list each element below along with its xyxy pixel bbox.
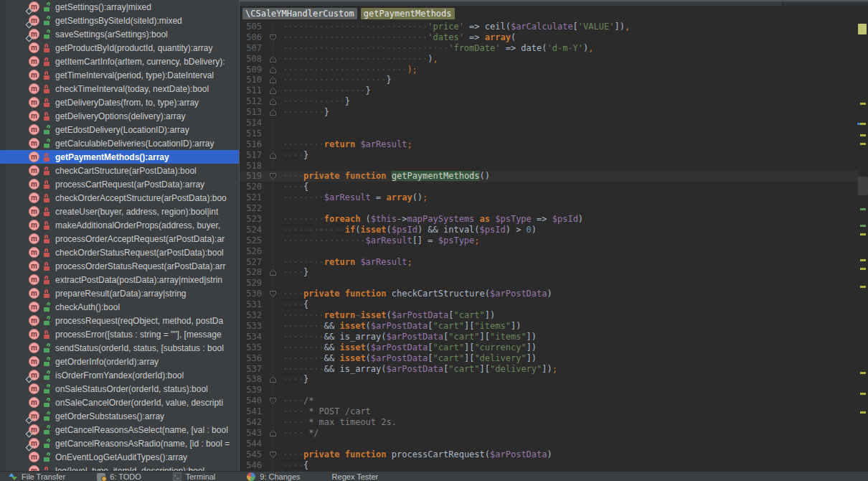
code-line[interactable]: 525················$arResult[] = $psType…	[240, 235, 858, 246]
code-line[interactable]: 513········}	[240, 107, 858, 118]
structure-item[interactable]: mcheckTimeInterval(today, nextDate):bool	[0, 82, 239, 95]
code-line[interactable]: 537········&& is_array($arPostData["cart…	[240, 364, 858, 375]
code-line[interactable]: 516········return $arResult;	[240, 139, 858, 150]
code-line[interactable]: 511················}	[240, 85, 858, 96]
structure-item[interactable]: mcheckCartStructure(arPostData):bool	[0, 164, 239, 177]
code-line[interactable]: 543···· */	[240, 428, 858, 439]
structure-item[interactable]: mprocessError([status : string = ""], [m…	[0, 327, 239, 341]
code-line[interactable]: 544	[240, 439, 858, 449]
code-line[interactable]: 521········$arResult = array();	[240, 192, 858, 203]
code-line[interactable]: 517····}	[240, 150, 858, 161]
structure-item[interactable]: mgetCalculableDeliveries(LocationID):arr…	[0, 136, 239, 150]
code-line[interactable]: 532········return→isset($arPostData["car…	[240, 310, 858, 321]
private-lock-icon	[43, 85, 50, 93]
code-line[interactable]: 518	[240, 161, 858, 172]
status-item-regex-tester[interactable]: Regex Tester	[332, 472, 379, 481]
breadcrumb-method-chip[interactable]: getPaymentMethods	[361, 8, 455, 19]
code-line[interactable]: 514	[240, 118, 858, 129]
structure-item[interactable]: mextractPostData(postData):array|mixed|s…	[0, 273, 239, 286]
fold-gutter	[265, 364, 281, 375]
code-line[interactable]: 506····························'dates' =…	[240, 32, 858, 43]
code-line[interactable]: 508····························),	[240, 54, 858, 65]
structure-item[interactable]: mgetDeliveryOptions(delivery):array	[0, 109, 239, 123]
code-line[interactable]: 541···· * POST /cart	[240, 406, 858, 417]
method-icon: m	[29, 356, 39, 367]
structure-item[interactable]: mgetItemCartInfo(arItem, currency, bDeli…	[0, 55, 239, 68]
code-line[interactable]: 542···· * max timeout 2s.	[240, 417, 858, 428]
code-line[interactable]: 524············if(isset($psId) && intval…	[240, 225, 858, 235]
structure-item[interactable]: monSaleCancelOrder(orderId, value, descr…	[0, 396, 239, 409]
status-item-6-todo[interactable]: 6: TODO	[97, 472, 141, 481]
structure-item[interactable]: msendStatus(orderId, status, [substatus …	[0, 341, 239, 355]
code-line[interactable]: 531····{	[240, 299, 858, 310]
code-line[interactable]: 523········foreach ($this->mapPaySystems…	[240, 214, 858, 225]
code-line-text: ····/*	[281, 396, 313, 406]
structure-item[interactable]: mgetCancelReasonsAsSelect(name, [val : b…	[0, 423, 239, 436]
code-line[interactable]: 534········&& is_array($arPostData["cart…	[240, 332, 858, 342]
gutter-line-number: 523	[240, 214, 265, 225]
code-line[interactable]: 519····private function getPaymentMethod…	[240, 171, 858, 182]
structure-item[interactable]: mmakeAdditionalOrderProps(address, buyer…	[0, 218, 239, 232]
status-item-terminal[interactable]: Terminal	[173, 472, 216, 481]
code-line[interactable]: 515	[240, 129, 858, 139]
code-line[interactable]: 528····}	[240, 267, 858, 278]
code-line[interactable]: 526	[240, 246, 858, 257]
structure-item[interactable]: mgetOrderSubstatuses():array	[0, 409, 239, 423]
code-line[interactable]: 507································'from…	[240, 43, 858, 54]
code-line[interactable]: 520····{	[240, 182, 858, 192]
structure-item[interactable]: mgetOrderInfo(orderId):array	[0, 355, 239, 368]
structure-item[interactable]: msaveSettings(arSettings):bool	[0, 27, 239, 41]
structure-item[interactable]: mcheckOrderStatusRequest(arPostData):boo…	[0, 246, 239, 259]
code-line[interactable]: 512············}	[240, 96, 858, 107]
code-line[interactable]: 509························);	[240, 65, 858, 75]
code-line[interactable]: 529	[240, 278, 858, 289]
code-line[interactable]: 522	[240, 203, 858, 214]
structure-item[interactable]: mgetProductById(productId, quantity):arr…	[0, 41, 239, 55]
code-editor[interactable]: 505····························'price' =…	[240, 22, 858, 471]
structure-item[interactable]: mcheckOrderAcceptStructure(arPostData):b…	[0, 191, 239, 205]
code-line[interactable]: 538····}	[240, 374, 858, 385]
structure-item[interactable]: monSaleStatusOrder(orderId, status):bool	[0, 382, 239, 396]
code-line[interactable]: 510····················}	[240, 75, 858, 85]
code-line[interactable]: 533········&& isset($arPostData["cart"][…	[240, 321, 858, 332]
structure-item[interactable]: mprocessOrderStatusRequest(arPostData):a…	[0, 259, 239, 273]
structure-item-label: extractPostData(postData):array|mixed|st…	[55, 275, 222, 285]
structure-item[interactable]: mgetDeliveryDates(from, to, type):array	[0, 95, 239, 109]
structure-item-label: getOrderInfo(orderId):array	[55, 357, 159, 367]
structure-item[interactable]: mlog(level, type, itemId, description):b…	[0, 464, 239, 471]
structure-item[interactable]: mprocessRequest(reqObject, method, postD…	[0, 314, 239, 327]
status-item-9-changes[interactable]: 9: Changes	[247, 472, 300, 481]
structure-item[interactable]: mgetPaymentMethods():array	[0, 150, 239, 164]
fold-gutter	[265, 299, 281, 310]
structure-item[interactable]: mgetTimeInterval(period, type):DateInter…	[0, 68, 239, 82]
breadcrumb-class-chip[interactable]: \CSaleYMHandlerCustom	[242, 8, 357, 19]
method-icon: m	[29, 151, 39, 162]
status-item-file-transfer[interactable]: File Transfer	[9, 472, 65, 481]
stripe-mark	[857, 123, 860, 125]
structure-item[interactable]: mgetCancelReasonsAsRadio(name, [id : boo…	[0, 436, 239, 450]
editor-error-stripe[interactable]	[858, 6, 868, 471]
code-line[interactable]: 536········&& isset($arPostData["cart"][…	[240, 353, 858, 364]
code-line[interactable]: 540····/*	[240, 396, 858, 406]
private-lock-icon	[43, 330, 50, 339]
code-line[interactable]: 535········&& isset($arPostData["cart"][…	[240, 342, 858, 353]
structure-item[interactable]: mprocessOrderAcceptRequest(arPostData):a…	[0, 232, 239, 246]
structure-item[interactable]: mgetSettings():array|mixed	[0, 0, 239, 14]
public-unlock-icon	[43, 358, 50, 366]
code-line[interactable]: 545····private function processCartReque…	[240, 449, 858, 460]
code-line[interactable]: 530····private function checkCartStructu…	[240, 289, 858, 299]
structure-item[interactable]: mgetEdostDelivery(LocationID):array	[0, 123, 239, 136]
structure-item[interactable]: mOnEventLogGetAuditTypes():array	[0, 450, 239, 464]
code-line[interactable]: 505····························'price' =…	[240, 22, 858, 32]
code-line[interactable]: 539	[240, 385, 858, 396]
structure-item[interactable]: mprepareResult(arData):array|string	[0, 286, 239, 300]
structure-item[interactable]: mprocessCartRequest(arPostData):array	[0, 177, 239, 191]
structure-item[interactable]: misOrderFromYandex(orderId):bool	[0, 368, 239, 382]
code-line[interactable]: 527········return $arResult;	[240, 257, 858, 268]
structure-item[interactable]: mgetSettingsBySiteId(siteId):mixed	[0, 14, 239, 27]
scrollbar-thumb[interactable]	[858, 177, 868, 195]
structure-item[interactable]: mcreateUser(buyer, address, region):bool…	[0, 205, 239, 218]
method-icon: m	[29, 15, 39, 26]
structure-item[interactable]: mcheckAuth():bool	[0, 300, 239, 314]
code-line[interactable]: 546····{	[240, 460, 858, 471]
